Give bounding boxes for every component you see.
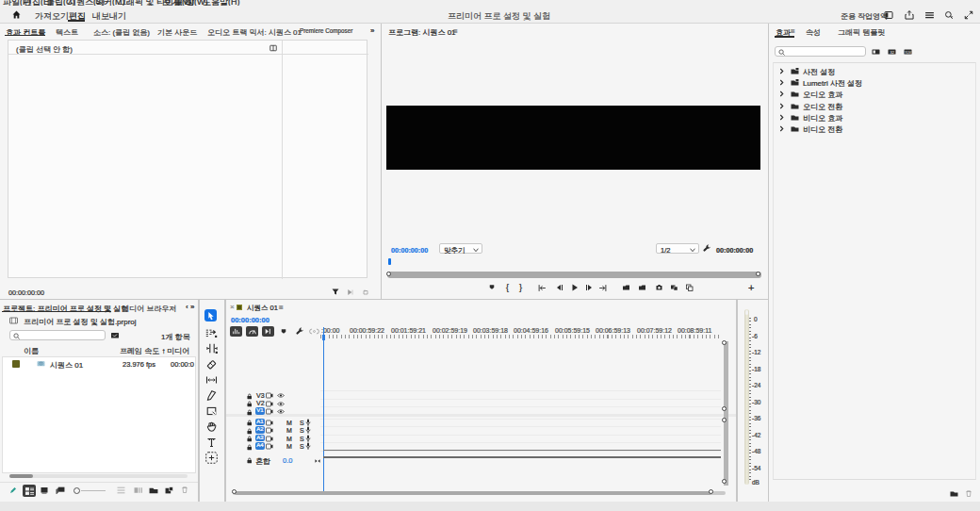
svg-text:YUV: YUV bbox=[905, 51, 912, 55]
svg-text:32: 32 bbox=[890, 50, 895, 55]
